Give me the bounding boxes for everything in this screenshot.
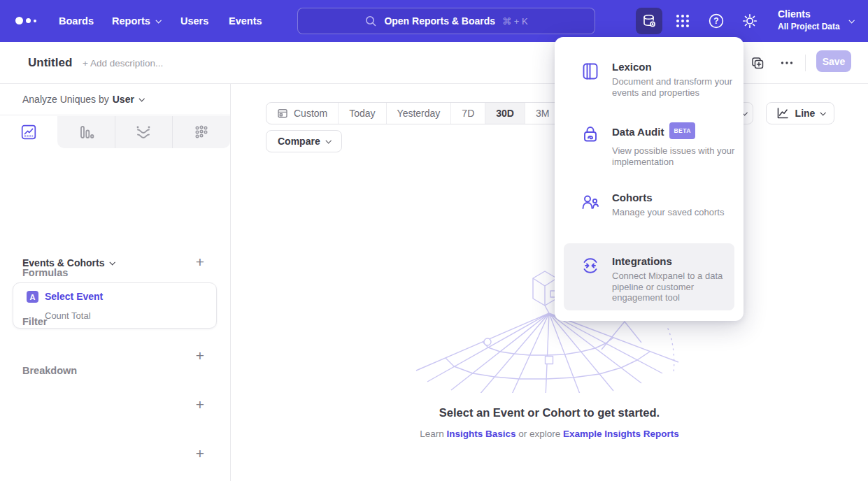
data-audit-icon (581, 123, 600, 167)
flow-icon (135, 124, 152, 141)
learn-prefix: Learn (420, 429, 446, 439)
tab-line-chart[interactable] (0, 116, 57, 148)
menu-item-data-audit[interactable]: Data Audit BETA View possible issues wit… (564, 123, 734, 167)
chevron-down-icon (155, 17, 161, 23)
search-icon (364, 15, 377, 27)
mixpanel-logo-icon[interactable] (15, 17, 36, 24)
chevron-down-icon (848, 17, 854, 23)
section-formulas-label: Formulas (22, 267, 68, 278)
nav-item-label: Boards (59, 15, 94, 27)
section-breakdown-label: Breakdown (22, 365, 77, 376)
compare-label: Compare (278, 136, 320, 147)
line-chart-icon (776, 106, 790, 120)
tab-metrics-grid[interactable] (172, 116, 230, 148)
nav-item-label: Events (229, 15, 262, 27)
settings-button[interactable] (737, 8, 763, 34)
lexicon-icon (581, 60, 600, 98)
chevron-down-icon (325, 138, 331, 143)
menu-item-description: Manage your saved cohorts (612, 207, 759, 218)
org-name: Clients (778, 8, 840, 21)
dots-grid-icon (193, 124, 210, 141)
duplicate-button[interactable] (749, 55, 766, 71)
analyze-uniques-selector[interactable]: Analyze Uniques by User (0, 84, 230, 115)
ellipsis-icon (779, 55, 795, 71)
help-button[interactable]: ? (703, 8, 730, 34)
or-explore-text: or explore (515, 429, 563, 439)
range-label: 3M (536, 108, 549, 119)
add-filter-button[interactable]: + (196, 400, 204, 410)
menu-item-title: Lexicon (612, 60, 652, 73)
project-selector[interactable]: Clients All Project Data (778, 8, 840, 32)
menu-item-title: Data Audit (612, 125, 664, 138)
menu-item-description: Document and transform your events and p… (612, 76, 742, 98)
range-label: Today (349, 108, 375, 119)
count-total-selector[interactable]: Count Total (45, 310, 91, 321)
range-today[interactable]: Today (338, 103, 385, 124)
example-insights-reports-link[interactable]: Example Insights Reports (563, 429, 679, 439)
data-management-dropdown-menu: Lexicon Document and transform your even… (555, 37, 744, 321)
chevron-down-icon (138, 96, 144, 101)
range-label: Yesterday (397, 108, 441, 119)
search-placeholder: Open Reports & Boards (384, 15, 495, 27)
line-chart-icon (20, 124, 37, 141)
more-options-button[interactable] (778, 55, 795, 71)
range-custom[interactable]: Custom (266, 103, 338, 124)
report-title[interactable]: Untitled (28, 56, 72, 70)
add-event-button[interactable]: + (196, 257, 204, 267)
menu-item-title: Integrations (612, 254, 672, 268)
chart-type-tabs (0, 116, 230, 148)
add-breakdown-button[interactable]: + (196, 449, 204, 459)
nav-item-label: Reports (112, 15, 150, 27)
chevron-down-icon (820, 110, 826, 115)
date-range-segmented-control: Custom Today Yesterday 7D 30D 3M 6M (266, 102, 596, 124)
calendar-icon (277, 108, 288, 119)
nav-item-boards[interactable]: Boards (59, 0, 94, 42)
nav-item-users[interactable]: Users (180, 0, 208, 42)
range-7d[interactable]: 7D (450, 103, 485, 124)
compare-button[interactable]: Compare (266, 130, 342, 152)
menu-item-lexicon[interactable]: Lexicon Document and transform your even… (564, 60, 734, 98)
global-search-input[interactable]: Open Reports & Boards ⌘ + K (297, 8, 595, 34)
integrations-icon (581, 254, 600, 299)
menu-item-title: Cohorts (612, 191, 653, 204)
event-letter-badge: A (27, 291, 38, 303)
select-event-button[interactable]: Select Event (45, 291, 103, 302)
chart-type-dropdown[interactable]: Line (766, 102, 834, 124)
nav-item-label: Users (180, 15, 208, 27)
menu-item-description: View possible issues with your implement… (612, 145, 753, 167)
range-label: 30D (496, 108, 514, 119)
tab-bar-chart[interactable] (57, 116, 115, 148)
chevron-down-icon (110, 259, 115, 265)
search-shortcut: ⌘ + K (502, 16, 528, 27)
add-description-field[interactable]: + Add description... (83, 58, 163, 69)
database-gear-icon (641, 13, 657, 29)
top-navigation-bar: Boards Reports Users Events Open Reports… (0, 0, 868, 42)
tab-flow-chart[interactable] (115, 116, 173, 148)
nav-item-reports[interactable]: Reports (112, 0, 160, 42)
add-formula-button[interactable]: + (196, 351, 204, 361)
help-icon: ? (708, 13, 725, 29)
menu-item-description: Connect Mixpanel to a data pipeline or c… (612, 271, 742, 303)
duplicate-icon (750, 56, 765, 71)
divider (805, 55, 806, 71)
insights-basics-link[interactable]: Insights Basics (446, 429, 515, 439)
data-management-button[interactable] (636, 8, 662, 34)
gear-icon (741, 13, 758, 29)
bar-chart-icon (78, 124, 94, 141)
save-button[interactable]: Save (816, 50, 851, 72)
project-name: All Project Data (778, 21, 840, 32)
range-label: 7D (462, 108, 474, 119)
range-label: Custom (294, 108, 327, 119)
menu-item-integrations[interactable]: Integrations Connect Mixpanel to a data … (564, 243, 734, 310)
range-yesterday[interactable]: Yesterday (386, 103, 451, 124)
menu-item-cohorts[interactable]: Cohorts Manage your saved cohorts (564, 191, 734, 218)
beta-badge: BETA (669, 122, 695, 139)
analyze-label: Analyze Uniques by (22, 94, 109, 105)
apps-grid-button[interactable] (669, 8, 696, 34)
empty-state-heading: Select an Event or Cohort to get started… (231, 406, 868, 419)
app-window: Boards Reports Users Events Open Reports… (0, 0, 868, 481)
range-30d-selected[interactable]: 30D (485, 103, 525, 124)
chart-type-label: Line (795, 108, 816, 119)
nav-item-events[interactable]: Events (229, 0, 262, 42)
empty-state-subtext: Learn Insights Basics or explore Example… (231, 429, 868, 439)
